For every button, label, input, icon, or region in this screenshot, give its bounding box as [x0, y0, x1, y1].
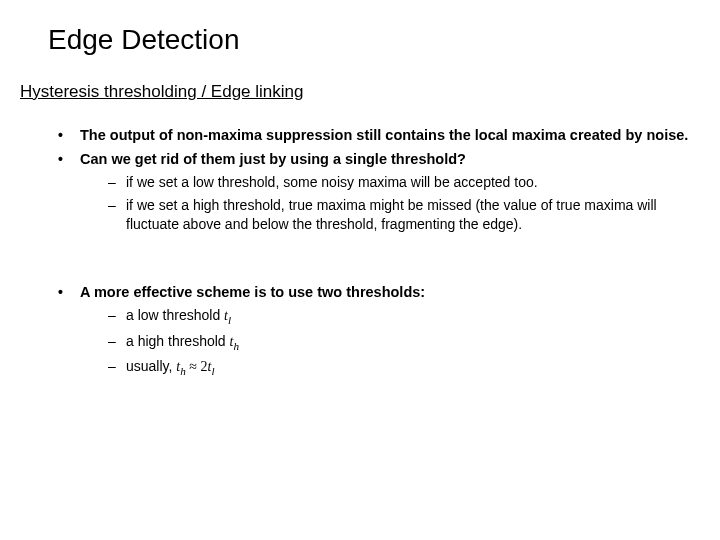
- bullet-3-text: A more effective scheme is to use two th…: [80, 284, 425, 300]
- b3s3-two: 2: [201, 359, 208, 374]
- bullet-3-sub-2: a high threshold th: [108, 332, 702, 354]
- section-subtitle: Hysteresis thresholding / Edge linking: [20, 82, 702, 102]
- bullet-3-sub-3: usually, th ≈ 2tl: [108, 357, 702, 379]
- bullet-2-text: Can we get rid of them just by using a s…: [80, 151, 466, 167]
- page-title: Edge Detection: [48, 24, 702, 56]
- b3s3-tl-sub: l: [211, 365, 214, 377]
- bullet-2-sub-2: if we set a high threshold, true maxima …: [108, 196, 702, 235]
- bullet-2-sub-1: if we set a low threshold, some noisy ma…: [108, 173, 702, 193]
- bullet-list: The output of non-maxima suppression sti…: [18, 126, 702, 380]
- b3s2-sub: h: [233, 340, 239, 352]
- bullet-3-sublist: a low threshold tl a high threshold th u…: [80, 306, 702, 379]
- bullet-1: The output of non-maxima suppression sti…: [58, 126, 702, 146]
- b3s1-sub: l: [228, 314, 231, 326]
- b3s2-prefix: a high threshold: [126, 333, 230, 349]
- b3s3-approx: ≈: [186, 359, 201, 374]
- bullet-2: Can we get rid of them just by using a s…: [58, 150, 702, 235]
- bullet-3: A more effective scheme is to use two th…: [58, 283, 702, 380]
- b3s3-prefix: usually,: [126, 358, 176, 374]
- b3s1-prefix: a low threshold: [126, 307, 224, 323]
- bullet-3-sub-1: a low threshold tl: [108, 306, 702, 328]
- bullet-2-sublist: if we set a low threshold, some noisy ma…: [80, 173, 702, 235]
- slide: Edge Detection Hysteresis thresholding /…: [0, 0, 720, 540]
